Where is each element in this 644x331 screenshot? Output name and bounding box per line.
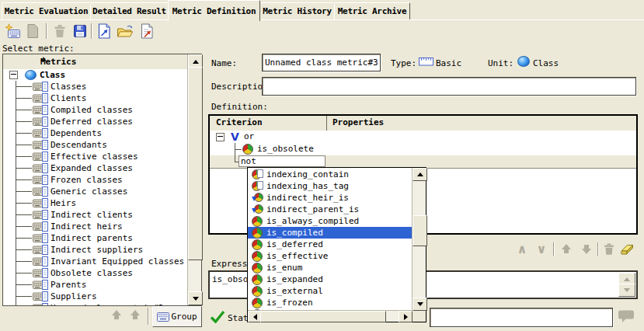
criterion-row-or[interactable]: V or: [210, 131, 636, 144]
tree-item[interactable]: Compiled classes: [3, 104, 188, 116]
move-criterion-up-button[interactable]: [558, 242, 575, 256]
move-criterion-down-button[interactable]: [578, 242, 595, 256]
criterion-option[interactable]: is_expanded: [248, 274, 413, 285]
scroll-down-button[interactable]: [413, 298, 427, 311]
tab-metric-history[interactable]: Metric History: [259, 2, 335, 19]
import-metrics-button[interactable]: [95, 22, 113, 40]
tree-item[interactable]: Invariant Equipped classes: [3, 256, 188, 267]
tree-item-label: Frozen classes: [50, 175, 123, 185]
criterion-option-label: is_frozen: [266, 298, 313, 308]
tree-connector: [16, 256, 33, 267]
scroll-right-button[interactable]: [399, 311, 413, 322]
tree-column-header[interactable]: Metrics: [3, 54, 188, 70]
tree-item[interactable]: Indirect heirs: [3, 221, 188, 232]
eraser-icon: [619, 243, 635, 256]
select-metric-label: Select metric:: [2, 44, 75, 54]
dropdown-horizontal-scrollbar[interactable]: [248, 310, 413, 322]
criterion-list: indexing_contain indexing_has_tag indire…: [248, 169, 413, 312]
description-input[interactable]: [262, 77, 636, 96]
criterion-option[interactable]: is_effective: [248, 250, 413, 262]
unit-label: Unit:: [488, 58, 513, 68]
scroll-thumb[interactable]: [188, 67, 203, 260]
tree-item[interactable]: Expanded classes: [3, 162, 188, 174]
tree-scrollbar[interactable]: [187, 54, 201, 305]
scroll-thumb[interactable]: [260, 311, 386, 322]
status-input[interactable]: [430, 308, 613, 327]
criterion-pie-icon: [252, 286, 264, 296]
criterion-option[interactable]: is_frozen: [248, 297, 413, 308]
tree-connector: [16, 104, 33, 116]
insert-and-button[interactable]: ∧: [513, 242, 531, 256]
comment-icon[interactable]: [618, 309, 635, 324]
scroll-up-button[interactable]: [413, 168, 427, 181]
insert-or-button[interactable]: ∨: [533, 242, 550, 256]
criterion-option[interactable]: indirect_heir_is: [248, 192, 413, 204]
tree-item[interactable]: Effective classes: [3, 151, 188, 162]
criterion-option[interactable]: indexing_has_tag: [248, 180, 413, 192]
tree-item-label: Suppliers: [50, 291, 97, 301]
tree-root-class[interactable]: Class: [3, 69, 188, 81]
open-metric-file-button[interactable]: [116, 22, 134, 40]
metric-icon: [33, 117, 48, 127]
tree-item[interactable]: Descendants: [3, 139, 188, 151]
group-button[interactable]: Group: [152, 306, 202, 327]
tree-connector: [16, 174, 33, 186]
tree-item-label: Deferred classes: [50, 117, 133, 127]
criterion-option[interactable]: indexing_contain: [248, 169, 413, 180]
metric-icon: [33, 186, 48, 197]
criterion-option[interactable]: is_external: [248, 285, 413, 297]
erase-criterion-button[interactable]: [618, 242, 635, 256]
tree-item[interactable]: Heirs: [3, 197, 188, 209]
scroll-down-button[interactable]: [618, 284, 635, 297]
tree-item[interactable]: Obsolete classes: [3, 267, 188, 279]
scroll-thumb[interactable]: [413, 215, 427, 246]
criterion-pie-icon: [252, 263, 264, 273]
criterion-row-is-obsolete[interactable]: is_obsolete: [210, 143, 636, 156]
properties-column-header[interactable]: Properties: [332, 117, 384, 127]
tab-metric-archive[interactable]: Metric Archive: [334, 2, 410, 19]
criterion-option[interactable]: is_always_compiled: [248, 215, 413, 227]
tree-item[interactable]: Unnamed class metric#3: [3, 302, 188, 305]
tree-item[interactable]: Generic classes: [3, 186, 188, 197]
criterion-option[interactable]: is_enum: [248, 262, 413, 274]
criterion-option[interactable]: is_compiled: [248, 227, 413, 239]
tree-connector: [16, 232, 33, 244]
type-value: Basic: [436, 58, 461, 68]
tree-item[interactable]: Classes: [3, 81, 188, 92]
tab-metric-evaluation[interactable]: Metric Evaluation: [2, 2, 91, 19]
name-input[interactable]: [262, 54, 381, 71]
tree-item[interactable]: Deferred classes: [3, 116, 188, 127]
collapse-icon[interactable]: [9, 71, 18, 79]
tree-connector: [16, 244, 33, 256]
tree-item[interactable]: Clients: [3, 92, 188, 104]
criterion-option[interactable]: is_deferred: [248, 239, 413, 250]
criterion-edit-box[interactable]: not: [238, 155, 325, 167]
tree-item[interactable]: Frozen classes: [3, 174, 188, 186]
collapse-icon[interactable]: [216, 133, 225, 141]
dropdown-vertical-scrollbar[interactable]: [412, 168, 426, 311]
tree-item[interactable]: Dependents: [3, 127, 188, 139]
delete-metric-button[interactable]: [50, 22, 69, 40]
new-metric-button[interactable]: [3, 22, 22, 40]
tab-metric-definition[interactable]: Metric Definition: [168, 0, 260, 21]
tab-detailed-result[interactable]: Detailed Result: [90, 2, 169, 19]
scroll-down-button[interactable]: [188, 291, 203, 305]
tree-item[interactable]: Indirect parents: [3, 232, 188, 244]
save-metric-button[interactable]: [71, 22, 89, 40]
export-metrics-button[interactable]: [138, 22, 156, 40]
delete-criterion-button[interactable]: [600, 242, 618, 256]
metric-icon: [33, 82, 48, 92]
criterion-option[interactable]: indirect_parent_is: [248, 204, 413, 215]
tree-item[interactable]: Indirect suppliers: [3, 244, 188, 256]
tree-item-label: Invariant Equipped classes: [50, 256, 184, 267]
tree-item-label: Indirect suppliers: [50, 245, 143, 255]
tree-item[interactable]: Indirect clients: [3, 209, 188, 221]
metric-icon: [33, 128, 48, 139]
metric-icon: [33, 152, 48, 162]
tree-connector: [16, 139, 33, 151]
footer-separator: [148, 308, 149, 325]
duplicate-metric-button[interactable]: [23, 22, 42, 40]
tree-item[interactable]: Parents: [3, 279, 188, 291]
criterion-column-header[interactable]: Criterion: [216, 117, 263, 127]
tree-item[interactable]: Suppliers: [3, 291, 188, 302]
